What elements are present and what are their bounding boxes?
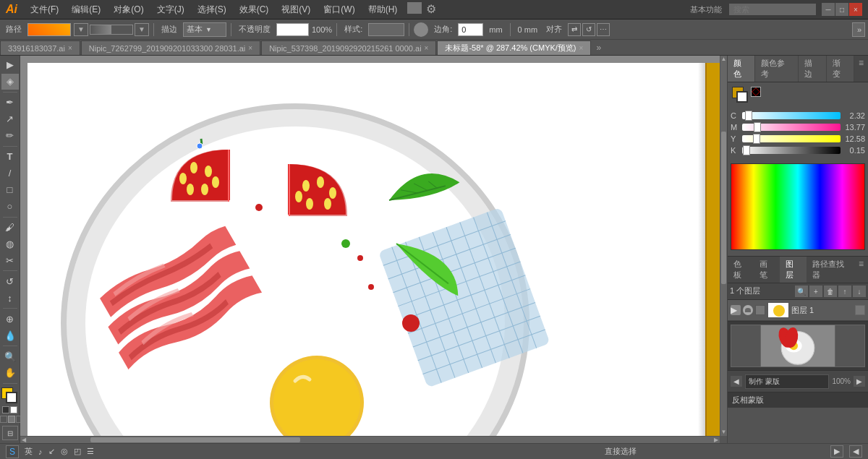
tab-brushes[interactable]: 画笔 [754, 257, 780, 283]
layers-menu-icon[interactable]: ≡ [854, 257, 868, 283]
thumb-next-btn[interactable]: ▶ [854, 376, 865, 387]
transform-more[interactable]: ⋯ [597, 23, 610, 36]
tool-select-arrow[interactable]: ▶ [1, 57, 19, 73]
stroke-btn[interactable]: ▼ [74, 23, 88, 36]
menu-view[interactable]: 视图(V) [276, 2, 316, 17]
search-input[interactable] [729, 4, 816, 15]
layer-expand-icon[interactable]: ▶ [731, 305, 741, 315]
scrollbar-down-arrow[interactable]: ▼ [720, 429, 727, 436]
color-spectrum[interactable] [731, 163, 865, 250]
vertical-scrollbar[interactable]: ▲ ▼ [720, 56, 727, 436]
layer-visibility-eye[interactable] [743, 305, 753, 315]
k-track[interactable] [742, 147, 841, 154]
tool-rotate[interactable]: ↺ [1, 273, 19, 289]
expand-btn[interactable]: » [852, 22, 865, 37]
tab-pathfinder[interactable]: 路径查找器 [807, 257, 854, 283]
tabs-more-button[interactable]: » [592, 41, 605, 54]
stroke-color-box[interactable] [6, 392, 17, 403]
tool-text[interactable]: T [1, 149, 19, 165]
scrollbar-left-arrow[interactable]: ◀ [20, 437, 27, 443]
scrollbar-right-arrow[interactable]: ▶ [712, 437, 720, 443]
canvas-area[interactable]: ▲ ▼ ◀ ▶ [20, 56, 727, 443]
tool-ellipse[interactable]: ○ [1, 199, 19, 215]
opacity-input[interactable] [276, 23, 309, 36]
menu-help[interactable]: 帮助(H) [362, 2, 404, 17]
stroke-dropdown[interactable]: ▼ [135, 23, 149, 36]
draw-normal-icon[interactable] [0, 416, 7, 423]
tool-blob[interactable]: ◍ [1, 236, 19, 252]
transform-flip[interactable]: ⇄ [568, 23, 581, 36]
m-thumb[interactable] [754, 122, 761, 132]
tool-eraser[interactable]: ✂ [1, 252, 19, 268]
tab-layers[interactable]: 图层 [780, 257, 806, 283]
layer-name[interactable]: 图层 1 [791, 305, 853, 316]
stroke-color-picker[interactable] [27, 23, 71, 36]
c-thumb[interactable] [745, 111, 752, 121]
close-button[interactable]: × [849, 3, 862, 16]
status-play-btn[interactable]: ▶ [830, 445, 843, 458]
tab-3-close[interactable]: × [425, 44, 429, 52]
tab-3[interactable]: Nipic_537398_2019092920215261 0000.ai × [261, 40, 436, 55]
layer-lock-icon[interactable] [755, 305, 765, 315]
menu-object[interactable]: 对象(O) [108, 2, 149, 17]
tab-color-guide[interactable]: 颜色参考 [755, 56, 799, 82]
tab-gradient[interactable]: 渐变 [827, 56, 854, 82]
tab-1[interactable]: 33916183037.ai × [0, 40, 80, 55]
screen-mode-btn[interactable]: ⊟ [2, 426, 18, 440]
panel-menu-icon[interactable]: ≡ [854, 56, 868, 82]
tab-4[interactable]: 未标题-58* @ 287.42% (CMYK/预览) × [437, 40, 591, 55]
settings-circle[interactable] [414, 22, 428, 37]
scrollbar-h-thumb[interactable] [90, 437, 300, 442]
tool-hand[interactable]: ✋ [1, 365, 19, 381]
tool-line[interactable]: / [1, 166, 19, 181]
layer-item-1[interactable]: ▶ 图层 1 [728, 300, 868, 321]
stroke-style-picker[interactable]: 基本 ▼ [183, 22, 226, 37]
delete-layer-btn[interactable]: 🗑 [824, 286, 837, 297]
thumb-prev-btn[interactable]: ◀ [731, 376, 742, 387]
color-white-icon[interactable] [10, 406, 17, 413]
tool-eyedropper[interactable]: 💧 [1, 327, 19, 343]
color-none-icon[interactable] [2, 406, 9, 413]
maximize-button[interactable]: □ [835, 3, 848, 16]
tool-zoom[interactable]: 🔍 [1, 348, 19, 364]
move-down-btn[interactable]: ↓ [853, 286, 866, 297]
move-up-btn[interactable]: ↑ [838, 286, 851, 297]
corner-input[interactable] [458, 23, 483, 36]
menu-text[interactable]: 文字(J) [151, 2, 190, 17]
y-thumb[interactable] [753, 134, 760, 144]
tool-direct-select[interactable]: ◈ [1, 74, 19, 90]
menu-file[interactable]: 文件(F) [25, 2, 64, 17]
style-preview[interactable] [368, 23, 404, 36]
scrollbar-v-thumb[interactable] [721, 132, 726, 283]
c-track[interactable] [742, 112, 841, 119]
tool-rect[interactable]: □ [1, 182, 19, 198]
menu-window[interactable]: 窗口(W) [318, 2, 360, 17]
horizontal-scrollbar[interactable]: ◀ ▶ [20, 436, 720, 443]
status-back-btn[interactable]: ◀ [849, 445, 862, 458]
scrollbar-up-arrow[interactable]: ▲ [720, 56, 727, 63]
tool-curvature[interactable]: ↗ [1, 111, 19, 127]
menu-edit[interactable]: 编辑(E) [66, 2, 106, 17]
tab-2-close[interactable]: × [248, 44, 252, 52]
tool-blend[interactable]: ⊕ [1, 311, 19, 327]
tool-paintbrush[interactable]: 🖌 [1, 219, 19, 235]
minimize-button[interactable]: ─ [822, 3, 835, 16]
menu-select[interactable]: 选择(S) [192, 2, 232, 17]
none-icon[interactable] [751, 87, 761, 97]
tab-2[interactable]: Nipic_7262799_201909201033300 28031.ai × [81, 40, 260, 55]
background-color[interactable] [736, 91, 748, 103]
tab-stroke[interactable]: 描边 [799, 56, 826, 82]
tab-color[interactable]: 颜色 [728, 56, 755, 82]
draw-behind-icon[interactable] [8, 416, 15, 423]
m-track[interactable] [742, 124, 841, 131]
transform-rotate[interactable]: ↺ [582, 23, 595, 36]
tab-swatches[interactable]: 色板 [728, 257, 754, 283]
tab-4-close[interactable]: × [579, 44, 584, 52]
k-thumb[interactable] [743, 145, 750, 155]
y-track[interactable] [742, 135, 841, 142]
tab-1-close[interactable]: × [68, 44, 72, 52]
tool-scale[interactable]: ↕ [1, 290, 19, 306]
new-layer-btn[interactable]: + [809, 286, 822, 297]
menu-effect[interactable]: 效果(C) [234, 2, 275, 17]
find-layer-btn[interactable]: 🔍 [795, 286, 808, 297]
